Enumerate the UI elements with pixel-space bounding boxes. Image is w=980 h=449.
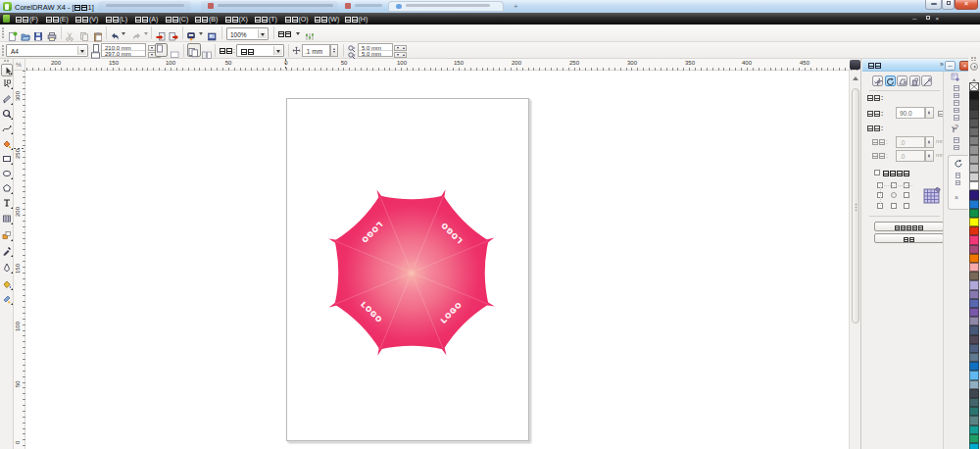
svg-text:x: x (353, 46, 355, 50)
svg-text:?: ? (955, 124, 958, 130)
svg-text:y: y (353, 53, 355, 57)
